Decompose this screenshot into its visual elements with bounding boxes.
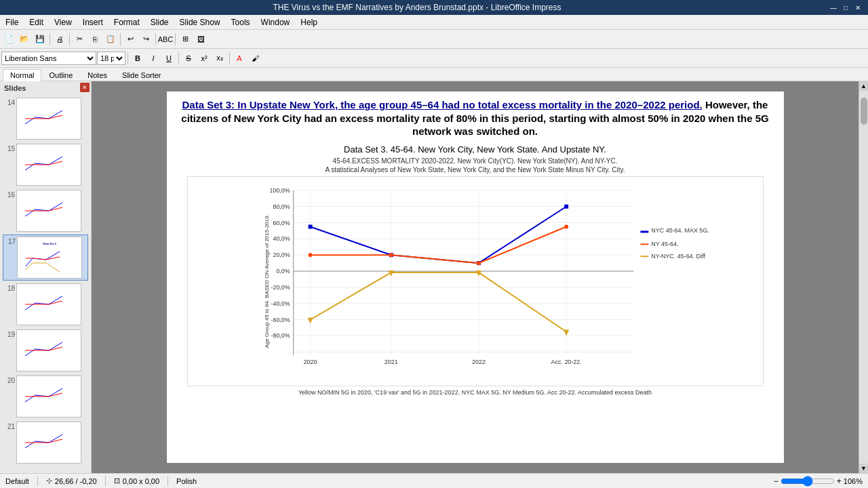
slide-preview-14: [16, 98, 81, 140]
minimize-button[interactable]: —: [829, 3, 838, 12]
slide-number-15: 15: [4, 145, 15, 152]
svg-text:60,0%: 60,0%: [273, 219, 290, 226]
slide-preview-17: Data Set 3: [17, 237, 82, 279]
slide-number-14: 14: [4, 99, 15, 106]
menu-item-insert[interactable]: Insert: [77, 16, 108, 28]
view-tab-notes[interactable]: Notes: [80, 69, 115, 81]
nyc-point-acc: [564, 205, 568, 209]
ny-point-2021: [389, 253, 393, 257]
zoom-out-button[interactable]: −: [774, 476, 778, 486]
scroll-down[interactable]: ▼: [859, 464, 869, 473]
toolbar-main: 📄 📂 💾 🖨 ✂ ⎘ 📋 ↩ ↪ ABC ⊞ 🖼: [0, 30, 868, 49]
separator4: [155, 33, 156, 45]
view-tab-outline[interactable]: Outline: [41, 69, 80, 81]
status-sep1: [37, 476, 38, 486]
svg-line-27: [46, 263, 60, 272]
diff-point-acc: [564, 329, 569, 336]
dimensions-icon: ⊡: [114, 476, 120, 485]
save-button[interactable]: 💾: [33, 32, 47, 47]
bold-button[interactable]: B: [130, 51, 145, 66]
italic-button[interactable]: I: [146, 51, 161, 66]
new-button[interactable]: 📄: [1, 32, 16, 47]
svg-text:20,0%: 20,0%: [273, 251, 290, 258]
slide-thumb-17[interactable]: 17Data Set 3: [3, 235, 88, 281]
menu-bar: FileEditViewInsertFormatSlideSlide ShowT…: [0, 15, 868, 30]
slides-panel-close[interactable]: ✕: [80, 83, 90, 92]
ny-point-2020: [308, 253, 312, 257]
svg-text:2021: 2021: [384, 359, 397, 365]
slide-thumb-18[interactable]: 18: [3, 282, 88, 327]
menu-item-view[interactable]: View: [49, 16, 77, 28]
slide-layout: Default: [5, 477, 29, 485]
highlight-button[interactable]: 🖌: [248, 51, 262, 66]
svg-line-36: [49, 342, 62, 350]
slide-thumb-16[interactable]: 16: [3, 188, 88, 233]
menu-item-help[interactable]: Help: [295, 16, 323, 28]
menu-item-window[interactable]: Window: [256, 16, 296, 28]
slide-preview-inner-20: [17, 376, 81, 417]
zoom-in-button[interactable]: +: [837, 476, 842, 486]
slide-thumb-20[interactable]: 20: [3, 374, 88, 419]
svg-text:-40,0%: -40,0%: [271, 300, 290, 307]
slide-thumb-15[interactable]: 15: [3, 142, 88, 187]
slide-thumb-19[interactable]: 19: [3, 328, 88, 373]
spell-button[interactable]: ABC: [158, 32, 173, 47]
right-scrollbar[interactable]: ▲ ▼: [859, 81, 868, 473]
print-button[interactable]: 🖨: [52, 32, 67, 47]
menu-item-slide show[interactable]: Slide Show: [174, 16, 226, 28]
menu-item-slide[interactable]: Slide: [145, 16, 174, 28]
zoom-area: − + 106%: [774, 476, 863, 487]
coordinates: 26,66 / -0,20: [55, 477, 97, 485]
fontcolor-button[interactable]: A: [232, 51, 247, 66]
table-button[interactable]: ⊞: [178, 32, 193, 47]
font-select[interactable]: Liberation Sans: [1, 52, 96, 65]
svg-line-8: [49, 157, 62, 165]
sep-f1: [127, 52, 128, 64]
close-button[interactable]: ✕: [853, 3, 863, 12]
paste-button[interactable]: 📋: [103, 32, 118, 47]
slide-subtitle: Data Set 3. 45-64. New York City, New Yo…: [180, 144, 770, 155]
svg-text:40,0%: 40,0%: [273, 235, 290, 242]
sep-f3: [229, 52, 230, 64]
redo-button[interactable]: ↪: [138, 32, 153, 47]
svg-text:Acc. 20-22.: Acc. 20-22.: [551, 359, 581, 365]
svg-line-39: [49, 347, 62, 350]
status-sep2: [105, 476, 106, 486]
chart-area: Age Group 45 to 64. BASED ON Average of …: [187, 176, 764, 386]
separator2: [69, 33, 70, 45]
open-button[interactable]: 📂: [17, 32, 32, 47]
svg-text:-20,0%: -20,0%: [271, 284, 290, 291]
view-tab-slide-sorter[interactable]: Slide Sorter: [115, 69, 168, 81]
strikethrough-button[interactable]: S: [181, 51, 196, 66]
image-button[interactable]: 🖼: [193, 32, 208, 47]
view-tab-normal[interactable]: Normal: [3, 69, 41, 81]
svg-line-42: [49, 388, 62, 396]
slide-thumb-14[interactable]: 14: [3, 96, 88, 141]
zoom-slider[interactable]: [781, 476, 835, 487]
slide-thumb-21[interactable]: 21: [3, 420, 88, 465]
svg-line-2: [49, 110, 62, 119]
legend-ny-label: NY 45-64.: [651, 241, 678, 247]
maximize-button[interactable]: □: [841, 3, 850, 12]
slide-caption1: 45-64.EXCESS MORTALITY 2020-2022. New Yo…: [180, 157, 770, 165]
menu-item-tools[interactable]: Tools: [226, 16, 256, 28]
menu-item-edit[interactable]: Edit: [24, 16, 49, 28]
scroll-up[interactable]: ▲: [859, 81, 869, 91]
undo-button[interactable]: ↩: [123, 32, 138, 47]
slide-number-19: 19: [4, 331, 15, 338]
cut-button[interactable]: ✂: [72, 32, 87, 47]
copy-button[interactable]: ⎘: [87, 32, 102, 47]
underline-button[interactable]: U: [161, 51, 176, 66]
slide-title-underline: Data Set 3: In Upstate New York, the age…: [182, 99, 703, 110]
subscript-button[interactable]: x₂: [212, 51, 227, 66]
scroll-thumb[interactable]: [861, 98, 867, 125]
font-size-select[interactable]: 18 pt: [97, 52, 125, 65]
superscript-button[interactable]: x²: [197, 51, 212, 66]
svg-text:Data Set 3: Data Set 3: [43, 242, 56, 245]
dimensions: 0,00 x 0,00: [123, 477, 159, 485]
menu-item-format[interactable]: Format: [108, 16, 145, 28]
chart-note: Yellow NO/MIN 5G in 2020, 'C19 vax' and …: [187, 389, 764, 396]
menu-item-file[interactable]: File: [0, 16, 24, 28]
main-area: ✕ Slides 14151617Data Set 318192021 Data…: [0, 81, 868, 473]
svg-line-25: [26, 263, 33, 270]
